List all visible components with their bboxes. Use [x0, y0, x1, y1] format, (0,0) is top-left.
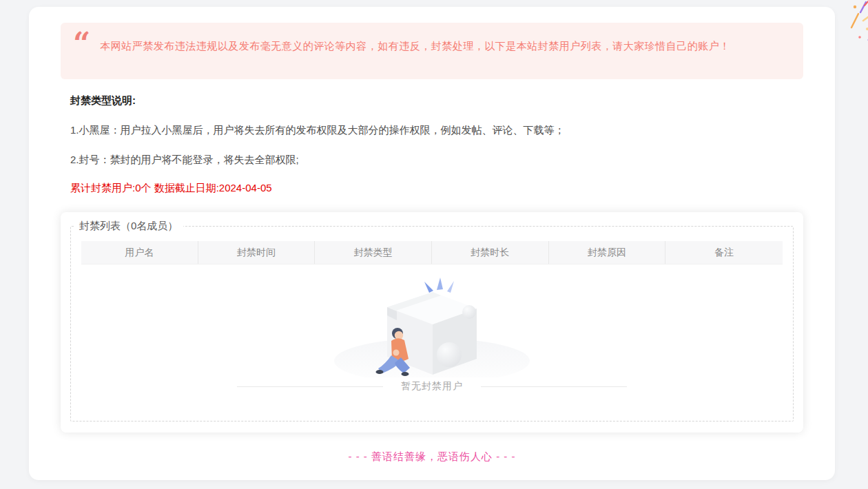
firework-icon: [846, 0, 868, 51]
column-header-duration: 封禁时长: [432, 241, 549, 264]
notice-text: 本网站严禁发布违法违规以及发布毫无意义的评论等内容，如有违反，封禁处理，以下是本…: [100, 32, 730, 53]
ban-list-panel: 封禁列表（0名成员） 用户名 封禁时间 封禁类型 封禁时长 封禁原因 备注: [61, 212, 803, 433]
ban-type-item-1: 1.小黑屋：用户拉入小黑屋后，用户将失去所有的发布权限及大部分的操作权限，例如发…: [61, 124, 803, 136]
empty-text: 暂无封禁用户: [383, 380, 481, 393]
column-header-username: 用户名: [81, 241, 198, 264]
column-header-ban-time: 封禁时间: [198, 241, 316, 264]
ban-type-title: 封禁类型说明:: [61, 94, 803, 107]
column-header-ban-type: 封禁类型: [315, 241, 432, 264]
ban-stats-text: 累计封禁用户:0个 数据截止日期:2024-04-05: [61, 182, 803, 194]
divider-line-left: [237, 386, 383, 387]
empty-state: 暂无封禁用户: [71, 264, 793, 393]
column-header-remark: 备注: [665, 241, 783, 264]
empty-box-illustration: [332, 273, 532, 377]
column-header-reason: 封禁原因: [549, 241, 666, 264]
page-background: { "notice": { "icon": "quote-icon", "tex…: [0, 0, 868, 489]
divider-line-right: [481, 386, 627, 387]
quote-icon: “: [73, 32, 90, 56]
ban-type-item-2: 2.封号：禁封的用户将不能登录，将失去全部权限;: [61, 154, 803, 166]
main-card: “ 本网站严禁发布违法违规以及发布毫无意义的评论等内容，如有违反，封禁处理，以下…: [29, 7, 835, 480]
footer-motto: - - - 善语结善缘，恶语伤人心 - - -: [61, 450, 803, 464]
ban-list-fieldset: 封禁列表（0名成员） 用户名 封禁时间 封禁类型 封禁时长 封禁原因 备注: [70, 219, 794, 422]
site-notice-banner: “ 本网站严禁发布违法违规以及发布毫无意义的评论等内容，如有违反，封禁处理，以下…: [61, 23, 803, 79]
empty-divider: 暂无封禁用户: [71, 380, 793, 393]
ban-table-header-row: 用户名 封禁时间 封禁类型 封禁时长 封禁原因 备注: [81, 241, 783, 264]
ban-list-legend: 封禁列表（0名成员）: [74, 219, 183, 233]
